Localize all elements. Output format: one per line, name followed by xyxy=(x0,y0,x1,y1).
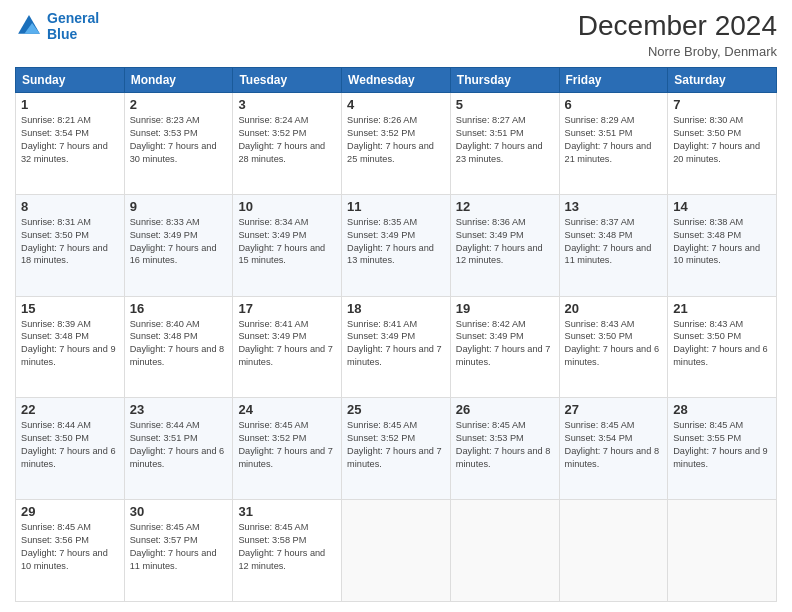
cell-details: Sunrise: 8:45 AMSunset: 3:54 PMDaylight:… xyxy=(565,419,663,471)
day-header-friday: Friday xyxy=(559,68,668,93)
cell-details: Sunrise: 8:43 AMSunset: 3:50 PMDaylight:… xyxy=(673,318,771,370)
day-number: 9 xyxy=(130,199,228,214)
cell-details: Sunrise: 8:42 AMSunset: 3:49 PMDaylight:… xyxy=(456,318,554,370)
day-number: 21 xyxy=(673,301,771,316)
week-row-2: 8Sunrise: 8:31 AMSunset: 3:50 PMDaylight… xyxy=(16,194,777,296)
day-number: 30 xyxy=(130,504,228,519)
cell-details: Sunrise: 8:45 AMSunset: 3:52 PMDaylight:… xyxy=(238,419,336,471)
cell-details: Sunrise: 8:34 AMSunset: 3:49 PMDaylight:… xyxy=(238,216,336,268)
calendar-cell: 30Sunrise: 8:45 AMSunset: 3:57 PMDayligh… xyxy=(124,500,233,602)
day-number: 25 xyxy=(347,402,445,417)
calendar-cell: 19Sunrise: 8:42 AMSunset: 3:49 PMDayligh… xyxy=(450,296,559,398)
week-row-1: 1Sunrise: 8:21 AMSunset: 3:54 PMDaylight… xyxy=(16,93,777,195)
calendar-cell: 24Sunrise: 8:45 AMSunset: 3:52 PMDayligh… xyxy=(233,398,342,500)
logo-icon xyxy=(15,12,43,40)
calendar-cell: 16Sunrise: 8:40 AMSunset: 3:48 PMDayligh… xyxy=(124,296,233,398)
calendar-cell: 7Sunrise: 8:30 AMSunset: 3:50 PMDaylight… xyxy=(668,93,777,195)
day-number: 27 xyxy=(565,402,663,417)
day-header-sunday: Sunday xyxy=(16,68,125,93)
header: General Blue December 2024 Norre Broby, … xyxy=(15,10,777,59)
calendar-cell: 5Sunrise: 8:27 AMSunset: 3:51 PMDaylight… xyxy=(450,93,559,195)
day-header-saturday: Saturday xyxy=(668,68,777,93)
calendar-cell: 28Sunrise: 8:45 AMSunset: 3:55 PMDayligh… xyxy=(668,398,777,500)
day-header-monday: Monday xyxy=(124,68,233,93)
month-title: December 2024 xyxy=(578,10,777,42)
day-number: 20 xyxy=(565,301,663,316)
day-number: 17 xyxy=(238,301,336,316)
cell-details: Sunrise: 8:45 AMSunset: 3:53 PMDaylight:… xyxy=(456,419,554,471)
cell-details: Sunrise: 8:38 AMSunset: 3:48 PMDaylight:… xyxy=(673,216,771,268)
day-number: 18 xyxy=(347,301,445,316)
cell-details: Sunrise: 8:31 AMSunset: 3:50 PMDaylight:… xyxy=(21,216,119,268)
day-number: 23 xyxy=(130,402,228,417)
day-number: 29 xyxy=(21,504,119,519)
cell-details: Sunrise: 8:36 AMSunset: 3:49 PMDaylight:… xyxy=(456,216,554,268)
calendar-cell: 15Sunrise: 8:39 AMSunset: 3:48 PMDayligh… xyxy=(16,296,125,398)
day-number: 6 xyxy=(565,97,663,112)
cell-details: Sunrise: 8:44 AMSunset: 3:50 PMDaylight:… xyxy=(21,419,119,471)
calendar-cell: 9Sunrise: 8:33 AMSunset: 3:49 PMDaylight… xyxy=(124,194,233,296)
calendar-cell: 18Sunrise: 8:41 AMSunset: 3:49 PMDayligh… xyxy=(342,296,451,398)
day-header-wednesday: Wednesday xyxy=(342,68,451,93)
cell-details: Sunrise: 8:44 AMSunset: 3:51 PMDaylight:… xyxy=(130,419,228,471)
calendar-cell: 6Sunrise: 8:29 AMSunset: 3:51 PMDaylight… xyxy=(559,93,668,195)
cell-details: Sunrise: 8:37 AMSunset: 3:48 PMDaylight:… xyxy=(565,216,663,268)
day-number: 7 xyxy=(673,97,771,112)
calendar-cell: 31Sunrise: 8:45 AMSunset: 3:58 PMDayligh… xyxy=(233,500,342,602)
cell-details: Sunrise: 8:45 AMSunset: 3:56 PMDaylight:… xyxy=(21,521,119,573)
day-header-tuesday: Tuesday xyxy=(233,68,342,93)
day-number: 22 xyxy=(21,402,119,417)
calendar-cell: 3Sunrise: 8:24 AMSunset: 3:52 PMDaylight… xyxy=(233,93,342,195)
day-number: 14 xyxy=(673,199,771,214)
calendar-cell: 2Sunrise: 8:23 AMSunset: 3:53 PMDaylight… xyxy=(124,93,233,195)
day-number: 2 xyxy=(130,97,228,112)
cell-details: Sunrise: 8:33 AMSunset: 3:49 PMDaylight:… xyxy=(130,216,228,268)
day-number: 15 xyxy=(21,301,119,316)
day-number: 28 xyxy=(673,402,771,417)
week-row-4: 22Sunrise: 8:44 AMSunset: 3:50 PMDayligh… xyxy=(16,398,777,500)
calendar-cell: 26Sunrise: 8:45 AMSunset: 3:53 PMDayligh… xyxy=(450,398,559,500)
cell-details: Sunrise: 8:45 AMSunset: 3:57 PMDaylight:… xyxy=(130,521,228,573)
cell-details: Sunrise: 8:24 AMSunset: 3:52 PMDaylight:… xyxy=(238,114,336,166)
cell-details: Sunrise: 8:43 AMSunset: 3:50 PMDaylight:… xyxy=(565,318,663,370)
cell-details: Sunrise: 8:45 AMSunset: 3:52 PMDaylight:… xyxy=(347,419,445,471)
calendar-cell: 4Sunrise: 8:26 AMSunset: 3:52 PMDaylight… xyxy=(342,93,451,195)
calendar-cell: 21Sunrise: 8:43 AMSunset: 3:50 PMDayligh… xyxy=(668,296,777,398)
calendar-cell: 23Sunrise: 8:44 AMSunset: 3:51 PMDayligh… xyxy=(124,398,233,500)
calendar-cell: 29Sunrise: 8:45 AMSunset: 3:56 PMDayligh… xyxy=(16,500,125,602)
day-number: 26 xyxy=(456,402,554,417)
cell-details: Sunrise: 8:40 AMSunset: 3:48 PMDaylight:… xyxy=(130,318,228,370)
logo: General Blue xyxy=(15,10,99,42)
cell-details: Sunrise: 8:45 AMSunset: 3:55 PMDaylight:… xyxy=(673,419,771,471)
title-area: December 2024 Norre Broby, Denmark xyxy=(578,10,777,59)
day-number: 8 xyxy=(21,199,119,214)
cell-details: Sunrise: 8:35 AMSunset: 3:49 PMDaylight:… xyxy=(347,216,445,268)
cell-details: Sunrise: 8:39 AMSunset: 3:48 PMDaylight:… xyxy=(21,318,119,370)
week-row-3: 15Sunrise: 8:39 AMSunset: 3:48 PMDayligh… xyxy=(16,296,777,398)
day-number: 11 xyxy=(347,199,445,214)
calendar-cell xyxy=(668,500,777,602)
day-number: 4 xyxy=(347,97,445,112)
day-number: 10 xyxy=(238,199,336,214)
cell-details: Sunrise: 8:23 AMSunset: 3:53 PMDaylight:… xyxy=(130,114,228,166)
cell-details: Sunrise: 8:30 AMSunset: 3:50 PMDaylight:… xyxy=(673,114,771,166)
cell-details: Sunrise: 8:26 AMSunset: 3:52 PMDaylight:… xyxy=(347,114,445,166)
calendar-cell: 27Sunrise: 8:45 AMSunset: 3:54 PMDayligh… xyxy=(559,398,668,500)
calendar-cell: 22Sunrise: 8:44 AMSunset: 3:50 PMDayligh… xyxy=(16,398,125,500)
day-number: 3 xyxy=(238,97,336,112)
day-header-thursday: Thursday xyxy=(450,68,559,93)
calendar-cell: 14Sunrise: 8:38 AMSunset: 3:48 PMDayligh… xyxy=(668,194,777,296)
calendar-cell: 1Sunrise: 8:21 AMSunset: 3:54 PMDaylight… xyxy=(16,93,125,195)
calendar-cell: 8Sunrise: 8:31 AMSunset: 3:50 PMDaylight… xyxy=(16,194,125,296)
cell-details: Sunrise: 8:27 AMSunset: 3:51 PMDaylight:… xyxy=(456,114,554,166)
cell-details: Sunrise: 8:45 AMSunset: 3:58 PMDaylight:… xyxy=(238,521,336,573)
calendar-cell xyxy=(342,500,451,602)
cell-details: Sunrise: 8:41 AMSunset: 3:49 PMDaylight:… xyxy=(347,318,445,370)
calendar-cell: 25Sunrise: 8:45 AMSunset: 3:52 PMDayligh… xyxy=(342,398,451,500)
logo-text: General Blue xyxy=(47,10,99,42)
location: Norre Broby, Denmark xyxy=(578,44,777,59)
calendar-cell: 20Sunrise: 8:43 AMSunset: 3:50 PMDayligh… xyxy=(559,296,668,398)
week-row-5: 29Sunrise: 8:45 AMSunset: 3:56 PMDayligh… xyxy=(16,500,777,602)
day-number: 24 xyxy=(238,402,336,417)
calendar-cell: 13Sunrise: 8:37 AMSunset: 3:48 PMDayligh… xyxy=(559,194,668,296)
